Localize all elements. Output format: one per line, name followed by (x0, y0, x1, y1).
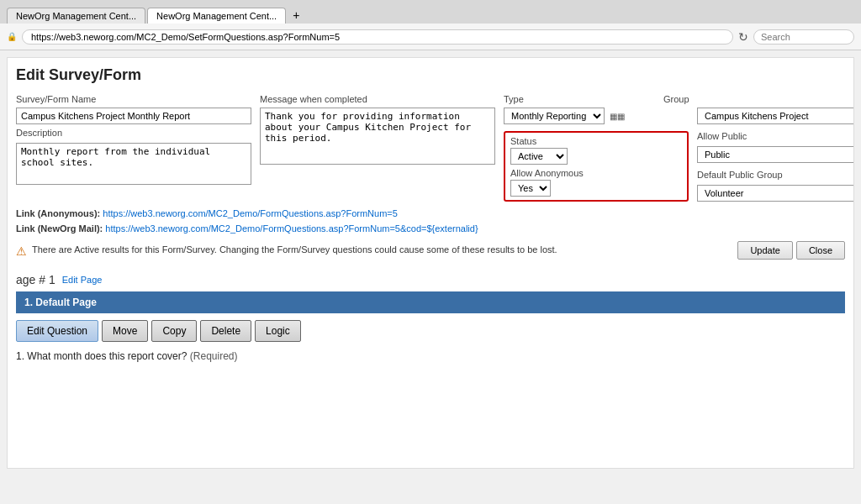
link-anonymous-label: Link (Anonymous): (16, 208, 100, 218)
question-content: What month does this report cover? (27, 350, 187, 362)
type-label: Type (504, 94, 655, 104)
required-text: (Required) (190, 350, 238, 362)
page-content: Edit Survey/Form Survey/Form Name Messag… (7, 57, 854, 469)
browser-search-input[interactable] (753, 29, 854, 45)
page-section: age # 1 Edit Page 1. Default Page Edit Q… (16, 273, 845, 362)
survey-name-input[interactable] (16, 108, 251, 124)
links-section: Link (Anonymous): https://web3.neworg.co… (16, 207, 845, 236)
link-neworg-url[interactable]: https://web3.neworg.com/MC2_Demo/FormQue… (105, 223, 478, 234)
type-select[interactable]: Monthly Reporting Survey Form (504, 108, 605, 124)
allow-anonymous-label: Allow Anonymous (510, 168, 682, 178)
close-button[interactable]: Close (796, 241, 845, 260)
message-completed-label: Message when completed (260, 94, 495, 104)
question-1: 1. What month does this report cover? (R… (16, 350, 845, 362)
warning-icon: ⚠ (16, 244, 27, 258)
allow-anonymous-select[interactable]: Yes No (510, 180, 551, 197)
move-button[interactable]: Move (102, 320, 148, 342)
status-label: Status (510, 136, 682, 146)
edit-question-button[interactable]: Edit Question (16, 320, 98, 342)
survey-form-name-label: Survey/Form Name (16, 94, 251, 104)
link-anonymous-url[interactable]: https://web3.neworg.com/MC2_Demo/FormQue… (103, 208, 398, 218)
question-number: 1. (16, 350, 24, 362)
browser-tabs: NewOrg Management Cent... NewOrg Managem… (0, 0, 861, 24)
page-title: Edit Survey/Form (16, 66, 845, 84)
description-label: Description (16, 128, 251, 138)
allow-public-select[interactable]: Public Private (697, 146, 854, 163)
link-neworg-label: Link (NewOrg Mail): (16, 223, 103, 234)
refresh-icon[interactable]: ↻ (738, 30, 748, 44)
browser-tab-2[interactable]: NewOrg Management Cent... (147, 8, 286, 24)
update-button[interactable]: Update (737, 241, 792, 260)
copy-button[interactable]: Copy (151, 320, 197, 342)
default-page-bar: 1. Default Page (16, 291, 845, 313)
question-actions: Edit Question Move Copy Delete Logic (16, 320, 845, 342)
new-tab-button[interactable]: + (288, 7, 304, 24)
delete-button[interactable]: Delete (200, 320, 251, 342)
edit-page-link[interactable]: Edit Page (62, 275, 103, 285)
message-textarea[interactable]: Thank you for providing information abou… (260, 108, 495, 165)
logic-button[interactable]: Logic (255, 320, 301, 342)
default-public-group-label: Default Public Group (697, 170, 854, 180)
status-select[interactable]: Active Inactive (510, 148, 568, 165)
lock-icon: 🔒 (7, 32, 17, 41)
group-select[interactable]: Campus Kitchens Project Other (697, 108, 854, 124)
allow-public-label: Allow Public (697, 131, 854, 141)
description-textarea[interactable]: Monthly report from the individual schoo… (16, 143, 251, 185)
warning-text: There are Active results for this Form/S… (32, 244, 557, 255)
browser-bar: 🔒 ↻ (0, 24, 861, 50)
group-label: Group (663, 94, 832, 104)
browser-tab-1[interactable]: NewOrg Management Cent... (7, 8, 145, 24)
warning-section: ⚠ There are Active results for this Form… (16, 244, 557, 258)
page-number: age # 1 (16, 273, 55, 286)
url-bar[interactable] (22, 29, 733, 45)
default-public-group-select[interactable]: Volunteer Member Staff (697, 185, 854, 202)
